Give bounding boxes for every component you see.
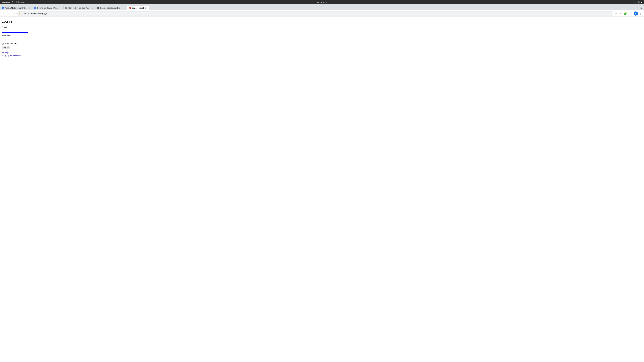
tab-1-label: Watch Modern Family S... [5, 7, 27, 9]
email-label: Email [2, 26, 642, 28]
tab-separator-2 [63, 6, 64, 9]
tab-separator-1 [32, 6, 32, 9]
tab-1-close[interactable]: ✕ [28, 7, 30, 9]
sign-up-link[interactable]: Sign up [2, 51, 8, 53]
tab-4-close[interactable]: ✕ [122, 7, 125, 9]
bookmark-star-button[interactable]: ☆ [614, 11, 618, 16]
network-icon: ▲ [634, 1, 636, 3]
email-input[interactable] [2, 29, 28, 33]
chrome-lens-button[interactable]: ⊙ [618, 11, 623, 16]
tab-5-close[interactable]: ✕ [145, 7, 147, 9]
email-field-group: Email [2, 26, 642, 33]
tab-heartcombo[interactable]: heartcombo/devise: Fle... ✕ [96, 6, 126, 10]
password-input[interactable] [2, 37, 28, 41]
os-bar-left: Activities Google Chrome [2, 1, 25, 3]
tab-3-label: How To Set Up User Aut... [68, 7, 90, 9]
minimize-button[interactable]: ─ [630, 6, 634, 10]
menu-button[interactable]: ⋮ [638, 11, 643, 16]
tab-2-close[interactable]: ✕ [59, 7, 62, 9]
os-clock: Jun 6 18:39 [317, 1, 327, 3]
profile-avatar[interactable]: A [634, 11, 638, 15]
tab-watch-modern[interactable]: a Watch Modern Family S... ✕ [1, 6, 32, 10]
tab-3-favicon [65, 7, 68, 9]
maximize-button[interactable]: ⬜ [634, 6, 639, 10]
page-title: Log in [2, 19, 642, 23]
tab-2-label: Setting Up Devise With... [37, 7, 58, 9]
forgot-password-row: Forgot your password? [2, 54, 642, 56]
tab-devise-tutorial[interactable]: D DeviseTutorial ✕ [127, 6, 149, 10]
nav-right-icons: ☆ ⊙ 🧩 ⤓ A ⋮ [614, 11, 643, 16]
battery-icon: ▮ [641, 1, 642, 3]
tab-1-favicon: a [2, 7, 4, 9]
tab-5-label: DeviseTutorial [132, 7, 144, 9]
extensions-button[interactable]: 🧩 [623, 11, 628, 16]
os-bar-right: ▲ 🔊 ▮ [634, 1, 642, 3]
app-name-label: Google Chrome [12, 1, 25, 3]
close-window-button[interactable]: ✕ [639, 6, 643, 10]
new-tab-button[interactable]: + [149, 6, 153, 10]
tab-separator-3 [95, 6, 96, 9]
address-bar-url[interactable]: localhost:3000/users/sign_in [22, 12, 611, 14]
login-button[interactable]: Log in [2, 46, 10, 49]
tab-how-to-set-up[interactable]: How To Set Up User Aut... ✕ [64, 6, 95, 10]
save-share-button[interactable]: ⤓ [629, 11, 633, 16]
page-content: Log in Email Password Remember me Log in… [0, 17, 644, 362]
remember-me-label: Remember me [4, 42, 18, 45]
chrome-frame: a Watch Modern Family S... ✕ Setting Up … [0, 4, 644, 17]
tab-2-favicon [34, 7, 36, 9]
activities-label[interactable]: Activities [2, 1, 10, 3]
remember-me-row: Remember me [2, 42, 642, 45]
tab-3-close[interactable]: ✕ [91, 7, 94, 9]
tab-4-favicon [97, 7, 99, 9]
tab-5-favicon: D [128, 7, 131, 9]
tab-separator-4 [127, 6, 127, 9]
forgot-password-link[interactable]: Forgot your password? [2, 54, 22, 56]
tab-4-label: heartcombo/devise: Fle... [100, 7, 122, 9]
forward-button[interactable]: → [6, 11, 11, 16]
remember-me-checkbox[interactable] [2, 42, 4, 45]
profile-circle-button[interactable]: A [634, 11, 638, 16]
password-label: Password [2, 34, 642, 37]
address-bar[interactable]: 🔒 localhost:3000/users/sign_in [16, 11, 613, 16]
password-field-group: Password [2, 34, 642, 41]
back-button[interactable]: ← [1, 11, 6, 16]
tab-bar: a Watch Modern Family S... ✕ Setting Up … [0, 4, 644, 10]
nav-bar: ← → ↻ 🔒 localhost:3000/users/sign_in ☆ ⊙… [0, 10, 644, 17]
volume-icon: 🔊 [637, 1, 640, 3]
lock-icon: 🔒 [18, 12, 20, 14]
sign-up-row: Sign up [2, 51, 642, 53]
tab-setting-up-devise[interactable]: Setting Up Devise With... ✕ [32, 6, 63, 10]
os-top-bar: Activities Google Chrome Jun 6 18:39 ▲ 🔊… [0, 0, 644, 4]
divider [628, 12, 628, 15]
reload-button[interactable]: ↻ [11, 11, 16, 16]
